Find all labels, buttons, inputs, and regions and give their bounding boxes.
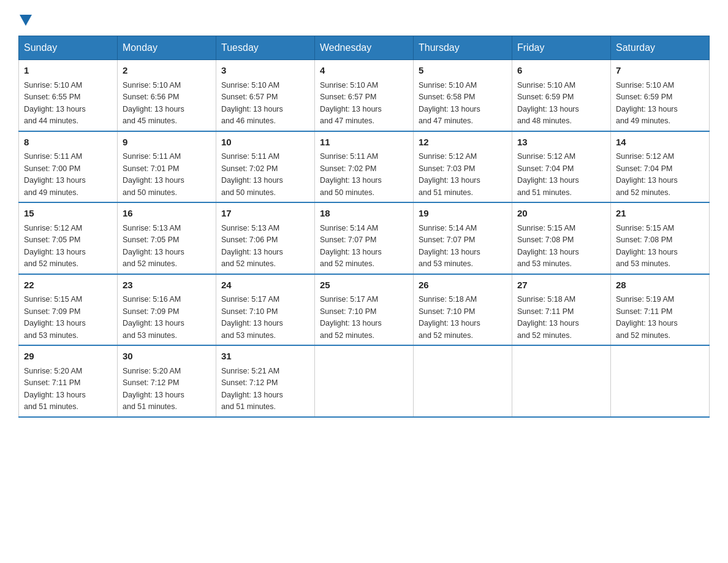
calendar-header-cell: Monday bbox=[118, 36, 216, 60]
day-number: 24 bbox=[221, 278, 309, 293]
calendar-day-cell: 16 Sunrise: 5:13 AMSunset: 7:05 PMDaylig… bbox=[118, 202, 216, 274]
calendar-header-cell: Friday bbox=[512, 36, 611, 60]
day-info: Sunrise: 5:18 AMSunset: 7:10 PMDaylight:… bbox=[419, 295, 480, 340]
day-info: Sunrise: 5:16 AMSunset: 7:09 PMDaylight:… bbox=[123, 295, 184, 340]
logo bbox=[18, 12, 32, 23]
calendar-header-cell: Sunday bbox=[19, 36, 118, 60]
calendar-day-cell: 12 Sunrise: 5:12 AMSunset: 7:03 PMDaylig… bbox=[414, 131, 512, 203]
day-info: Sunrise: 5:15 AMSunset: 7:09 PMDaylight:… bbox=[24, 295, 86, 340]
day-number: 29 bbox=[24, 350, 112, 364]
day-info: Sunrise: 5:10 AMSunset: 6:56 PMDaylight:… bbox=[123, 81, 184, 126]
calendar-day-cell: 2 Sunrise: 5:10 AMSunset: 6:56 PMDayligh… bbox=[118, 60, 216, 131]
day-info: Sunrise: 5:10 AMSunset: 6:57 PMDaylight:… bbox=[320, 81, 382, 126]
calendar-body: 1 Sunrise: 5:10 AMSunset: 6:55 PMDayligh… bbox=[19, 60, 710, 417]
day-number: 30 bbox=[123, 350, 211, 364]
calendar-day-cell: 29 Sunrise: 5:20 AMSunset: 7:11 PMDaylig… bbox=[19, 345, 118, 417]
day-number: 28 bbox=[616, 278, 704, 293]
day-number: 21 bbox=[616, 207, 704, 221]
day-number: 1 bbox=[24, 64, 112, 78]
calendar-week-row: 1 Sunrise: 5:10 AMSunset: 6:55 PMDayligh… bbox=[19, 60, 710, 131]
calendar-day-cell: 31 Sunrise: 5:21 AMSunset: 7:12 PMDaylig… bbox=[216, 345, 315, 417]
calendar-day-cell: 28 Sunrise: 5:19 AMSunset: 7:11 PMDaylig… bbox=[611, 274, 710, 346]
day-info: Sunrise: 5:18 AMSunset: 7:11 PMDaylight:… bbox=[517, 295, 579, 340]
day-number: 2 bbox=[123, 64, 211, 78]
calendar-day-cell: 26 Sunrise: 5:18 AMSunset: 7:10 PMDaylig… bbox=[414, 274, 512, 346]
day-number: 12 bbox=[419, 136, 507, 150]
calendar-day-cell: 30 Sunrise: 5:20 AMSunset: 7:12 PMDaylig… bbox=[118, 345, 216, 417]
day-number: 18 bbox=[320, 207, 408, 221]
day-number: 20 bbox=[517, 207, 605, 221]
day-info: Sunrise: 5:10 AMSunset: 6:59 PMDaylight:… bbox=[616, 81, 678, 126]
calendar-week-row: 8 Sunrise: 5:11 AMSunset: 7:00 PMDayligh… bbox=[19, 131, 710, 203]
day-info: Sunrise: 5:14 AMSunset: 7:07 PMDaylight:… bbox=[320, 224, 382, 269]
day-number: 4 bbox=[320, 64, 408, 78]
day-number: 26 bbox=[419, 278, 507, 293]
day-info: Sunrise: 5:15 AMSunset: 7:08 PMDaylight:… bbox=[517, 224, 579, 269]
day-number: 23 bbox=[123, 278, 211, 293]
calendar-day-cell: 19 Sunrise: 5:14 AMSunset: 7:07 PMDaylig… bbox=[414, 202, 512, 274]
calendar-header-row: SundayMondayTuesdayWednesdayThursdayFrid… bbox=[19, 36, 710, 60]
day-info: Sunrise: 5:11 AMSunset: 7:02 PMDaylight:… bbox=[320, 152, 382, 197]
day-number: 16 bbox=[123, 207, 211, 221]
calendar-day-cell: 11 Sunrise: 5:11 AMSunset: 7:02 PMDaylig… bbox=[315, 131, 414, 203]
day-number: 11 bbox=[320, 136, 408, 150]
day-info: Sunrise: 5:10 AMSunset: 6:59 PMDaylight:… bbox=[517, 81, 579, 126]
day-info: Sunrise: 5:20 AMSunset: 7:12 PMDaylight:… bbox=[123, 367, 184, 412]
calendar-day-cell bbox=[315, 345, 414, 417]
day-info: Sunrise: 5:15 AMSunset: 7:08 PMDaylight:… bbox=[616, 224, 678, 269]
calendar-day-cell: 22 Sunrise: 5:15 AMSunset: 7:09 PMDaylig… bbox=[19, 274, 118, 346]
day-number: 22 bbox=[24, 278, 112, 293]
calendar-day-cell: 18 Sunrise: 5:14 AMSunset: 7:07 PMDaylig… bbox=[315, 202, 414, 274]
day-info: Sunrise: 5:13 AMSunset: 7:05 PMDaylight:… bbox=[123, 224, 184, 269]
calendar-header-cell: Thursday bbox=[414, 36, 512, 60]
calendar-header-cell: Tuesday bbox=[216, 36, 315, 60]
day-info: Sunrise: 5:14 AMSunset: 7:07 PMDaylight:… bbox=[419, 224, 480, 269]
calendar-day-cell: 15 Sunrise: 5:12 AMSunset: 7:05 PMDaylig… bbox=[19, 202, 118, 274]
calendar-day-cell: 10 Sunrise: 5:11 AMSunset: 7:02 PMDaylig… bbox=[216, 131, 315, 203]
day-number: 25 bbox=[320, 278, 408, 293]
day-number: 9 bbox=[123, 136, 211, 150]
day-number: 17 bbox=[221, 207, 309, 221]
calendar-day-cell: 21 Sunrise: 5:15 AMSunset: 7:08 PMDaylig… bbox=[611, 202, 710, 274]
calendar-day-cell: 9 Sunrise: 5:11 AMSunset: 7:01 PMDayligh… bbox=[118, 131, 216, 203]
day-info: Sunrise: 5:12 AMSunset: 7:04 PMDaylight:… bbox=[616, 152, 678, 197]
calendar-day-cell: 6 Sunrise: 5:10 AMSunset: 6:59 PMDayligh… bbox=[512, 60, 611, 131]
day-number: 15 bbox=[24, 207, 112, 221]
calendar-day-cell bbox=[414, 345, 512, 417]
calendar-day-cell: 17 Sunrise: 5:13 AMSunset: 7:06 PMDaylig… bbox=[216, 202, 315, 274]
calendar-header-cell: Saturday bbox=[611, 36, 710, 60]
day-number: 27 bbox=[517, 278, 605, 293]
day-number: 10 bbox=[221, 136, 309, 150]
day-info: Sunrise: 5:10 AMSunset: 6:57 PMDaylight:… bbox=[221, 81, 283, 126]
calendar-day-cell: 27 Sunrise: 5:18 AMSunset: 7:11 PMDaylig… bbox=[512, 274, 611, 346]
day-info: Sunrise: 5:11 AMSunset: 7:01 PMDaylight:… bbox=[123, 152, 184, 197]
calendar-header-cell: Wednesday bbox=[315, 36, 414, 60]
calendar-day-cell: 1 Sunrise: 5:10 AMSunset: 6:55 PMDayligh… bbox=[19, 60, 118, 131]
day-number: 14 bbox=[616, 136, 704, 150]
day-info: Sunrise: 5:11 AMSunset: 7:00 PMDaylight:… bbox=[24, 152, 86, 197]
day-info: Sunrise: 5:10 AMSunset: 6:58 PMDaylight:… bbox=[419, 81, 480, 126]
calendar-day-cell: 8 Sunrise: 5:11 AMSunset: 7:00 PMDayligh… bbox=[19, 131, 118, 203]
day-number: 6 bbox=[517, 64, 605, 78]
calendar-week-row: 15 Sunrise: 5:12 AMSunset: 7:05 PMDaylig… bbox=[19, 202, 710, 274]
calendar-week-row: 29 Sunrise: 5:20 AMSunset: 7:11 PMDaylig… bbox=[19, 345, 710, 417]
calendar-day-cell: 14 Sunrise: 5:12 AMSunset: 7:04 PMDaylig… bbox=[611, 131, 710, 203]
calendar-table: SundayMondayTuesdayWednesdayThursdayFrid… bbox=[18, 36, 710, 418]
day-number: 3 bbox=[221, 64, 309, 78]
calendar-day-cell bbox=[512, 345, 611, 417]
day-number: 31 bbox=[221, 350, 309, 364]
day-info: Sunrise: 5:12 AMSunset: 7:05 PMDaylight:… bbox=[24, 224, 86, 269]
calendar-day-cell: 13 Sunrise: 5:12 AMSunset: 7:04 PMDaylig… bbox=[512, 131, 611, 203]
day-number: 5 bbox=[419, 64, 507, 78]
calendar-day-cell: 5 Sunrise: 5:10 AMSunset: 6:58 PMDayligh… bbox=[414, 60, 512, 131]
day-info: Sunrise: 5:17 AMSunset: 7:10 PMDaylight:… bbox=[320, 295, 382, 340]
day-info: Sunrise: 5:12 AMSunset: 7:03 PMDaylight:… bbox=[419, 152, 480, 197]
calendar-day-cell: 20 Sunrise: 5:15 AMSunset: 7:08 PMDaylig… bbox=[512, 202, 611, 274]
day-info: Sunrise: 5:11 AMSunset: 7:02 PMDaylight:… bbox=[221, 152, 283, 197]
day-info: Sunrise: 5:12 AMSunset: 7:04 PMDaylight:… bbox=[517, 152, 579, 197]
calendar-day-cell: 7 Sunrise: 5:10 AMSunset: 6:59 PMDayligh… bbox=[611, 60, 710, 131]
day-info: Sunrise: 5:13 AMSunset: 7:06 PMDaylight:… bbox=[221, 224, 283, 269]
logo-triangle-icon bbox=[20, 15, 32, 26]
day-info: Sunrise: 5:17 AMSunset: 7:10 PMDaylight:… bbox=[221, 295, 283, 340]
calendar-week-row: 22 Sunrise: 5:15 AMSunset: 7:09 PMDaylig… bbox=[19, 274, 710, 346]
